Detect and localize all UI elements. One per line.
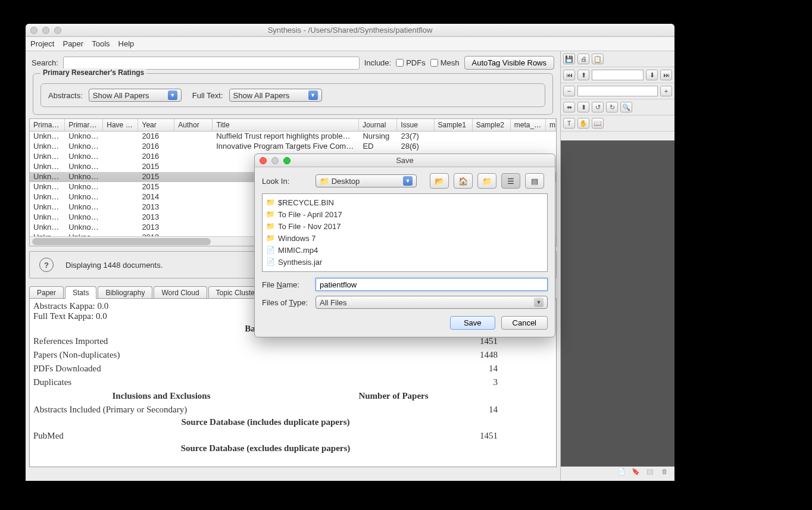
chevron-down-icon: ▼ [308,90,318,100]
details-view-button[interactable]: ▤ [525,173,544,189]
absinc-value: 14 [450,405,498,415]
tab-wordcloud[interactable]: Word Cloud [154,286,207,299]
tab-paper[interactable]: Paper [29,286,64,299]
home-button[interactable]: 🏠 [454,173,473,189]
abstracts-combo[interactable]: Show All Papers ▼ [89,89,182,102]
rotate-right-icon[interactable]: ↻ [606,102,618,112]
home-icon: 🏠 [458,177,468,186]
srcdup-heading: Source Database (includes duplicate pape… [117,417,414,427]
pages-icon[interactable]: ▯▯ [645,467,655,476]
search-doc-icon[interactable]: 🔍 [620,102,632,112]
search-input[interactable] [63,57,360,70]
page-input[interactable] [592,70,644,80]
zoom-input[interactable] [577,86,658,96]
menu-paper[interactable]: Paper [63,39,83,48]
menu-tools[interactable]: Tools [92,39,110,48]
chevron-down-icon: ▼ [534,298,544,307]
absinc-label: Abstracts Included (Primary or Secondary… [33,405,450,415]
zoom-icon[interactable] [283,157,291,164]
lookin-combo[interactable]: 📁 Desktop ▼ [316,174,417,187]
new-folder-button[interactable]: 📁 [477,173,496,189]
col-primary1[interactable]: Primary … [30,119,65,131]
include-pdfs-checkbox[interactable]: PDFs [396,58,426,67]
book-icon[interactable]: 📖 [592,118,604,129]
pubmed-value: 1451 [450,431,498,441]
file-list[interactable]: 📁$RECYCLE.BIN📁To File - April 2017📁To Fi… [262,193,548,272]
menu-help[interactable]: Help [118,39,135,48]
tab-stats[interactable]: Stats [65,286,96,299]
pdfs-label: PDFs Downloaded [33,364,450,374]
rotate-left-icon[interactable]: ↺ [592,102,604,112]
help-icon[interactable]: ? [39,258,54,272]
col-author[interactable]: Author [174,119,213,131]
col-havepdf[interactable]: Have PDF [103,119,138,131]
papers-value: 1448 [450,350,498,360]
save-dialog: Save Look In: 📁 Desktop ▼ 📂 🏠 📁 ☰ ▤ 📁$RE… [254,154,555,337]
minimize-icon[interactable] [42,27,49,34]
down-icon[interactable]: ⬇ [646,70,658,80]
scroll-thumb[interactable] [32,238,211,245]
col-sample2[interactable]: Sample2 [473,119,511,131]
folder-icon: 📁 [266,199,274,206]
list-item[interactable]: 📁Windows 7 [266,232,544,244]
up-folder-button[interactable]: 📂 [430,173,449,189]
col-m[interactable]: m [546,119,556,131]
filename-label: File Name: [262,280,311,289]
col-year[interactable]: Year [138,119,174,131]
zoom-in-icon[interactable]: + [660,86,672,96]
tab-bibliography[interactable]: Bibliography [98,286,152,299]
close-icon[interactable] [30,27,38,34]
col-issue[interactable]: Issue [397,119,434,131]
list-item[interactable]: 📁To File - April 2017 [266,208,544,220]
bookmark-icon[interactable]: 🔖 [630,467,641,476]
col-title[interactable]: Title [213,119,359,131]
filetype-combo[interactable]: All Files ▼ [316,296,548,309]
table-header: Primary … Primary … Have PDF Year Author… [30,119,556,132]
lookin-label: Look In: [262,177,311,186]
col-journal[interactable]: Journal [359,119,397,131]
menu-project[interactable]: Project [30,39,54,48]
chevron-down-icon: ▼ [168,90,177,100]
list-view-button[interactable]: ☰ [501,173,520,189]
include-mesh-checkbox[interactable]: Mesh [430,58,460,67]
table-row[interactable]: UnknownUnknown2016Innovative Program Tar… [30,142,556,152]
filename-input[interactable] [316,278,548,291]
col-primary2[interactable]: Primary … [65,119,103,131]
right-panel: 💾 🖨 📋 ⏮ ⬆ ⬇ ⏭ − + ⬌ ⬍ ↺ ↻ 🔍 T ✋ 📖 [560,51,674,481]
print-icon[interactable]: 🖨 [577,54,589,64]
save-button[interactable]: Save [450,316,495,330]
up-icon[interactable]: ⬆ [577,70,589,80]
refs-label: References Imported [33,336,450,346]
list-item[interactable]: 📁To File - Nov 2017 [266,220,544,232]
col-sample1[interactable]: Sample1 [435,119,473,131]
zoom-icon[interactable] [54,27,61,34]
papers-label: Papers (Non-duplicates) [33,350,450,360]
first-page-icon[interactable]: ⏮ [563,70,575,80]
fit-page-icon[interactable]: ⬍ [577,102,589,112]
last-page-icon[interactable]: ⏭ [660,70,672,80]
autotag-button[interactable]: AutoTag Visible Rows [464,56,555,70]
list-item[interactable]: 📄Synthesis.jar [266,256,544,268]
copy-icon[interactable]: 📋 [592,54,604,64]
fit-width-icon[interactable]: ⬌ [563,102,575,112]
fulltext-label: Full Text: [192,91,223,100]
list-item[interactable]: 📄MIMIC.mp4 [266,244,544,256]
save-icon[interactable]: 💾 [563,54,575,64]
details-icon: ▤ [531,177,538,186]
list-item[interactable]: 📁$RECYCLE.BIN [266,196,544,208]
hand-icon[interactable]: ✋ [577,118,589,129]
col-metafir[interactable]: meta_Fir… [511,119,546,131]
table-row[interactable]: UnknownUnknown2016Nuffield Trust report … [30,132,556,142]
ratings-panel: Primary Researcher's Ratings Abstracts: … [33,73,553,115]
folder-new-icon: 📁 [482,177,492,186]
zoom-out-icon[interactable]: − [563,86,575,96]
text-select-icon[interactable]: T [563,118,575,129]
fulltext-combo[interactable]: Show All Papers ▼ [229,89,322,102]
cancel-button[interactable]: Cancel [501,316,548,330]
bottom-icons: 📄 🔖 ▯▯ 🗑 [616,467,670,476]
trash-icon[interactable]: 🗑 [659,467,670,476]
status-text: Displaying 1448 documents. [65,261,163,270]
dialog-titlebar: Save [255,154,555,167]
close-icon[interactable] [260,157,267,164]
page-icon[interactable]: 📄 [616,467,627,476]
